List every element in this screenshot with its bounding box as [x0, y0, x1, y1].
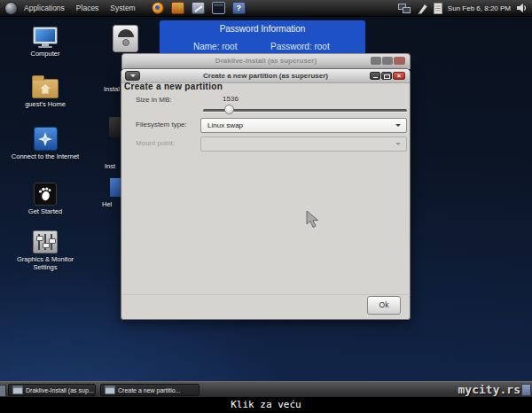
- chevron-down-icon: [395, 124, 401, 129]
- password-information-window[interactable]: Password Information Name: root Password…: [160, 20, 365, 53]
- panel-tray: Sun Feb 6, 8:20 PM: [398, 2, 528, 14]
- panel-menus: Applications Places System: [24, 0, 136, 16]
- package-manager-launcher-icon[interactable]: [171, 2, 184, 14]
- filesystem-selected-value: Linux swap: [207, 119, 243, 132]
- panel-clock[interactable]: Sun Feb 6, 8:20 PM: [448, 4, 511, 12]
- notes-icon[interactable]: [434, 3, 442, 14]
- menu-places[interactable]: Places: [76, 0, 99, 16]
- desktop-icon-computer[interactable]: Computer: [0, 27, 91, 58]
- home-folder-icon: [32, 79, 59, 98]
- window-icon: [105, 386, 115, 394]
- mouse-cursor: [306, 210, 320, 230]
- hidden-desktop-icon[interactable]: [110, 178, 121, 197]
- tablet-pen-icon[interactable]: [416, 2, 428, 14]
- desktop-icon-label: guest's Home: [25, 100, 66, 108]
- maximize-button[interactable]: [381, 72, 392, 80]
- dialog-separator: [122, 294, 409, 295]
- desktop-icon-label: Computer: [31, 50, 60, 58]
- window-icon: [12, 386, 23, 394]
- computer-icon: [33, 27, 58, 48]
- desktop-icon-label: Connect to the Internet: [12, 152, 79, 160]
- installer-scale-icon[interactable]: [113, 25, 138, 52]
- maximize-icon: [384, 74, 390, 79]
- hidden-icon-label-fragment: Instal: [104, 85, 120, 93]
- background-window-title: Draklive-Install (as superuser): [122, 54, 410, 68]
- web-browser-launcher-icon[interactable]: [152, 2, 164, 14]
- mount-point-label: Mount point:: [136, 139, 175, 147]
- show-desktop-button[interactable]: [0, 385, 6, 397]
- desktop-icon-graphics-settings[interactable]: Graphics & Monitor Settings: [0, 230, 91, 271]
- desktop-icon-label-line2: Settings: [33, 263, 57, 271]
- minimize-icon: [373, 77, 378, 78]
- dialog-title: Create a new partition (as superuser): [121, 69, 410, 82]
- workspace-pager[interactable]: [521, 384, 531, 396]
- close-button[interactable]: [394, 57, 405, 65]
- screenshot-launcher-icon[interactable]: [192, 2, 205, 14]
- password-value-text: Password: root: [270, 42, 330, 51]
- task-button-draklive[interactable]: Draklive-Install (as sup...: [8, 384, 96, 396]
- desktop-icon-get-started[interactable]: Get Started: [0, 183, 91, 215]
- size-value: 1536: [204, 95, 257, 103]
- desktop-icon-connect-internet[interactable]: Connect to the Internet: [0, 127, 91, 160]
- password-window-title: Password Information: [160, 24, 365, 34]
- chevron-down-icon: [130, 74, 136, 80]
- watermark-text: mycity.rs: [458, 383, 520, 396]
- gnome-foot-icon: [34, 183, 57, 206]
- task-button-label: Create a new partitio...: [118, 387, 180, 394]
- volume-icon[interactable]: [516, 3, 528, 13]
- task-button-create-partition[interactable]: Create a new partitio...: [100, 384, 200, 396]
- password-name-text: Name: root: [193, 42, 237, 51]
- task-button-label: Draklive-Install (as sup...: [26, 387, 94, 394]
- image-caption: Klik za veću: [0, 397, 532, 413]
- chevron-down-icon: [395, 143, 401, 148]
- desktop-icon-label: Graphics & Monitor: [17, 255, 74, 263]
- maximize-button[interactable]: [382, 57, 393, 65]
- top-panel: Applications Places System ? Sun Feb 6, …: [0, 0, 532, 17]
- filesystem-select[interactable]: Linux swap: [200, 118, 407, 133]
- desktop-icon-home[interactable]: guest's Home: [0, 74, 91, 108]
- desktop: Applications Places System ? Sun Feb 6, …: [0, 0, 532, 413]
- dialog-header: Create a new partition: [124, 82, 223, 91]
- terminal-launcher-icon[interactable]: [212, 2, 225, 14]
- panel-launchers: ?: [152, 2, 246, 14]
- size-label: Size in MB:: [136, 96, 171, 104]
- network-icon[interactable]: [398, 4, 411, 13]
- background-window-titlebar[interactable]: Draklive-Install (as superuser): [121, 53, 411, 69]
- main-menu-icon[interactable]: [4, 2, 18, 15]
- minimize-button[interactable]: [371, 57, 381, 65]
- help-launcher-icon[interactable]: ?: [232, 2, 246, 14]
- minimize-button[interactable]: [370, 72, 380, 80]
- filesystem-label: Filesystem type:: [136, 121, 187, 129]
- close-button[interactable]: ×: [393, 72, 405, 80]
- sliders-icon: [33, 230, 58, 253]
- hidden-icon-label-fragment: Inst: [105, 162, 115, 170]
- hidden-icon-label-fragment: Hel: [102, 200, 112, 208]
- create-partition-dialog: Create a new partition (as superuser) × …: [121, 68, 411, 320]
- hidden-desktop-icon[interactable]: [109, 117, 121, 137]
- ok-button[interactable]: Ok: [367, 296, 401, 315]
- taskbar: Draklive-Install (as sup... Create a new…: [0, 381, 532, 397]
- menu-applications[interactable]: Applications: [24, 0, 65, 16]
- internet-icon: [34, 127, 58, 151]
- size-slider-handle[interactable]: [224, 105, 234, 114]
- window-menu-button[interactable]: [125, 71, 140, 81]
- desktop-icon-label: Get Started: [28, 207, 62, 215]
- menu-system[interactable]: System: [110, 0, 135, 16]
- mount-point-select: [200, 136, 407, 152]
